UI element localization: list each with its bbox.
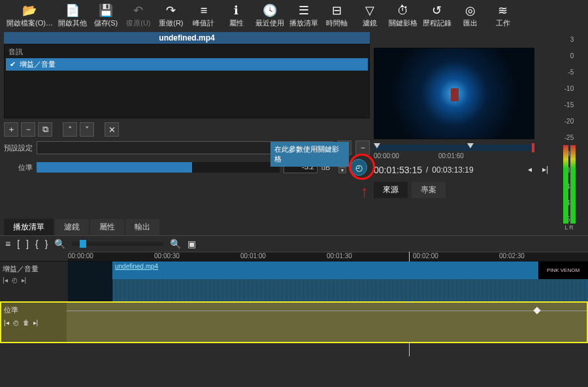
keyframe-track: 位準 |◂ ◴ 🗑 ▸| bbox=[0, 301, 588, 343]
jobs-icon: ≋ bbox=[498, 3, 508, 18]
menu-icon[interactable]: ≡ bbox=[5, 239, 10, 249]
save-icon: 💾 bbox=[99, 3, 113, 18]
toolbar-export-button[interactable]: ◎匯出 bbox=[454, 1, 487, 29]
toolbar-clock-button[interactable]: 🕓最近使用 bbox=[253, 1, 287, 29]
track-lane[interactable]: undefined.mp4 PINK VENOM bbox=[68, 261, 588, 301]
toolbar-label: 開啟其他 bbox=[58, 18, 87, 28]
kf-next-icon[interactable]: ▸| bbox=[33, 319, 39, 326]
keyframe-tooltip: 在此參數使用關鍵影格 bbox=[270, 142, 349, 167]
duration-timecode: 00:03:13:19 bbox=[432, 165, 473, 175]
scrub-start-label: 00:00:00 bbox=[374, 152, 399, 160]
zoom-slider[interactable] bbox=[72, 242, 163, 246]
kf-prev-icon[interactable]: |◂ bbox=[4, 319, 9, 326]
keyframe-track-name: 位準 bbox=[4, 305, 64, 315]
toolbar-undo-button[interactable]: ↶復原(U) bbox=[122, 1, 155, 29]
redo-icon: ↷ bbox=[166, 3, 176, 18]
audio-row-label: 增益／音量 bbox=[20, 59, 56, 69]
toolbar-label: 濾鏡 bbox=[363, 18, 377, 28]
toolbar-jobs-button[interactable]: ≋工作 bbox=[487, 1, 519, 29]
toolbar-label: 屬性 bbox=[229, 18, 244, 28]
toolbar-label: 播放清單 bbox=[289, 18, 318, 28]
meter-tick: 3 bbox=[570, 36, 574, 43]
scrub-bar[interactable] bbox=[374, 144, 534, 151]
toolbar-peak-button[interactable]: ≡峰值計 bbox=[188, 1, 220, 29]
toolbar-redo-button[interactable]: ↷重做(R) bbox=[155, 1, 188, 29]
meter-tick: -25 bbox=[564, 134, 574, 141]
meter-tick: -10 bbox=[564, 85, 574, 92]
src-tab-1[interactable]: 專案 bbox=[412, 182, 446, 198]
zoom-in-icon[interactable]: 🔍 bbox=[170, 239, 181, 249]
waveform bbox=[112, 279, 588, 301]
level-slider[interactable] bbox=[37, 162, 280, 173]
clear-button[interactable]: ✕ bbox=[105, 122, 119, 137]
brace-left-icon[interactable]: { bbox=[35, 239, 39, 249]
info-icon: ℹ bbox=[234, 3, 238, 18]
tab-3[interactable]: 輸出 bbox=[125, 219, 159, 235]
next-frame-button[interactable]: ▸| bbox=[542, 165, 553, 175]
track-next-key-icon[interactable]: ▸| bbox=[22, 277, 27, 284]
up-button[interactable]: ˄ bbox=[63, 122, 77, 137]
meter-tick: -20 bbox=[564, 118, 574, 125]
src-tab-0[interactable]: 來源 bbox=[374, 182, 408, 198]
annotation-arrow: ↑ bbox=[361, 182, 368, 201]
keyframe-track-header[interactable]: 位準 |◂ ◴ 🗑 ▸| bbox=[1, 303, 67, 342]
toolbar-label: 工作 bbox=[496, 18, 510, 28]
audio-gain-row[interactable]: ✔ 增益／音量 bbox=[6, 58, 368, 71]
timeline-icon: ⊟ bbox=[332, 3, 342, 18]
undo-icon: ↶ bbox=[133, 3, 143, 18]
keyframe-diamond[interactable] bbox=[533, 307, 540, 314]
ruler-tick: 00:00:30 bbox=[154, 252, 180, 260]
tab-2[interactable]: 屬性 bbox=[90, 219, 124, 235]
check-icon: ✔ bbox=[10, 60, 16, 69]
prev-frame-button[interactable]: ◂ bbox=[528, 165, 538, 175]
folder-open-icon: 📂 bbox=[22, 3, 37, 18]
zoom-fit-icon[interactable]: ▣ bbox=[188, 239, 196, 249]
kf-stopwatch-icon[interactable]: ◴ bbox=[13, 319, 19, 326]
keyframe-toggle-button[interactable]: ◴ bbox=[350, 159, 367, 176]
preset-remove-button[interactable]: － bbox=[355, 141, 370, 155]
track-keyframe-icon[interactable]: ◴ bbox=[12, 277, 18, 284]
file-title: undefined.mp4 bbox=[4, 32, 370, 44]
track-name: 增益／音量 bbox=[3, 264, 65, 274]
timeline-ruler[interactable]: 00:00:0000:00:3000:01:0000:01:3000:02:00… bbox=[68, 252, 588, 261]
toolbar-label: 開啟檔案(O)… bbox=[7, 18, 53, 28]
playlist-icon: ☰ bbox=[299, 3, 309, 18]
history-icon: ↺ bbox=[432, 3, 442, 18]
toolbar-save-button[interactable]: 💾儲存(S) bbox=[90, 1, 122, 29]
toolbar-info-button[interactable]: ℹ屬性 bbox=[220, 1, 253, 29]
toolbar-filter-button[interactable]: ▽濾鏡 bbox=[353, 1, 386, 29]
toolbar-file-add-button[interactable]: 📄開啟其他 bbox=[56, 1, 90, 29]
zoom-out-icon[interactable]: 🔍 bbox=[54, 239, 65, 249]
tab-1[interactable]: 濾鏡 bbox=[55, 219, 89, 235]
remove-button[interactable]: － bbox=[21, 122, 35, 137]
down-button[interactable]: ˅ bbox=[80, 122, 94, 137]
toolbar-keyframe-button[interactable]: ⏱關鍵影格 bbox=[386, 1, 420, 29]
toolbar-timeline-button[interactable]: ⊟時間軸 bbox=[321, 1, 353, 29]
bracket-right-icon[interactable]: ] bbox=[26, 239, 29, 249]
track-header[interactable]: 增益／音量 |◂ ◴ ▸| bbox=[0, 261, 68, 301]
level-spin-down[interactable]: ▼ bbox=[338, 167, 346, 173]
toolbar-label: 復原(U) bbox=[126, 18, 150, 28]
toolbar-label: 匯出 bbox=[463, 18, 478, 28]
meter-lr-label: L R bbox=[564, 224, 574, 231]
toolbar-history-button[interactable]: ↺歷程記錄 bbox=[420, 1, 454, 29]
kf-trash-icon[interactable]: 🗑 bbox=[23, 319, 29, 326]
brace-right-icon[interactable]: } bbox=[45, 239, 48, 249]
toolbar-label: 時間軸 bbox=[326, 18, 348, 28]
video-preview[interactable] bbox=[374, 48, 534, 139]
tab-0[interactable]: 播放清單 bbox=[4, 219, 54, 235]
toolbar-folder-open-button[interactable]: 📂開啟檔案(O)… bbox=[4, 1, 56, 29]
export-icon: ◎ bbox=[465, 3, 476, 18]
ruler-tick: 00:00:00 bbox=[68, 252, 93, 260]
audio-header: 音訊 bbox=[6, 46, 368, 58]
toolbar-label: 關鍵影格 bbox=[389, 18, 417, 28]
current-timecode[interactable]: 00:01:53:15 bbox=[374, 165, 422, 175]
toolbar-playlist-button[interactable]: ☰播放清單 bbox=[287, 1, 321, 29]
main-toolbar: 📂開啟檔案(O)…📄開啟其他💾儲存(S)↶復原(U)↷重做(R)≡峰值計ℹ屬性🕓… bbox=[0, 0, 588, 29]
track-prev-key-icon[interactable]: |◂ bbox=[3, 277, 8, 284]
add-button[interactable]: ＋ bbox=[4, 122, 18, 137]
keyframe-lane[interactable] bbox=[67, 303, 587, 342]
audio-panel: 音訊 ✔ 增益／音量 bbox=[4, 44, 370, 118]
copy-button[interactable]: ⧉ bbox=[38, 122, 52, 137]
bracket-left-icon[interactable]: [ bbox=[17, 239, 20, 249]
